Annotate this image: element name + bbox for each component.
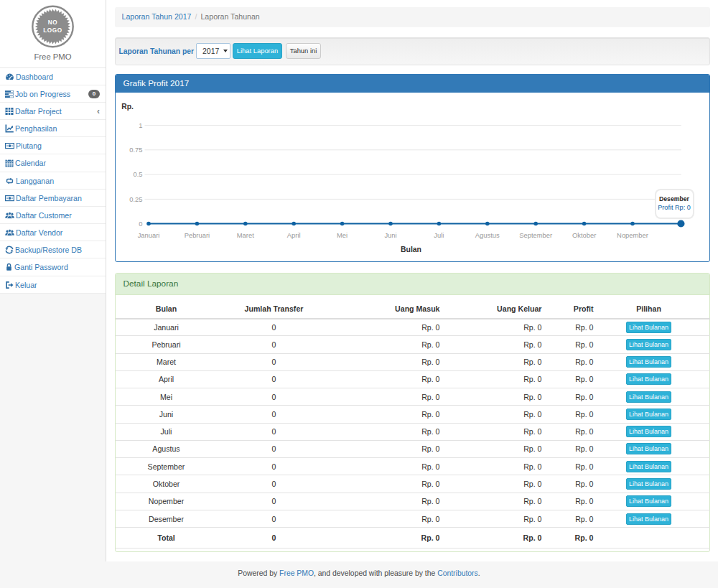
svg-text:0: 0 bbox=[139, 220, 142, 228]
svg-text:NO: NO bbox=[48, 19, 58, 26]
svg-text:Oktober: Oktober bbox=[572, 231, 595, 239]
svg-text:Mei: Mei bbox=[337, 231, 348, 239]
svg-text:Maret: Maret bbox=[236, 231, 253, 239]
svg-text:September: September bbox=[519, 231, 552, 239]
svg-text:0.75: 0.75 bbox=[129, 146, 142, 154]
svg-text:Januari: Januari bbox=[137, 231, 159, 239]
svg-text:Agustus: Agustus bbox=[475, 231, 499, 239]
svg-text:Rp.: Rp. bbox=[121, 103, 134, 111]
svg-text:Pebruari: Pebruari bbox=[184, 231, 209, 239]
svg-text:Nopember: Nopember bbox=[617, 231, 648, 239]
svg-text:April: April bbox=[286, 231, 300, 239]
svg-text:LOGO: LOGO bbox=[43, 27, 62, 34]
svg-text:Bulan: Bulan bbox=[401, 246, 421, 253]
svg-text:Juni: Juni bbox=[384, 231, 396, 239]
svg-text:0.25: 0.25 bbox=[129, 195, 142, 203]
svg-text:Juli: Juli bbox=[434, 231, 444, 239]
svg-text:1: 1 bbox=[139, 121, 142, 129]
svg-text:0.5: 0.5 bbox=[133, 170, 142, 178]
